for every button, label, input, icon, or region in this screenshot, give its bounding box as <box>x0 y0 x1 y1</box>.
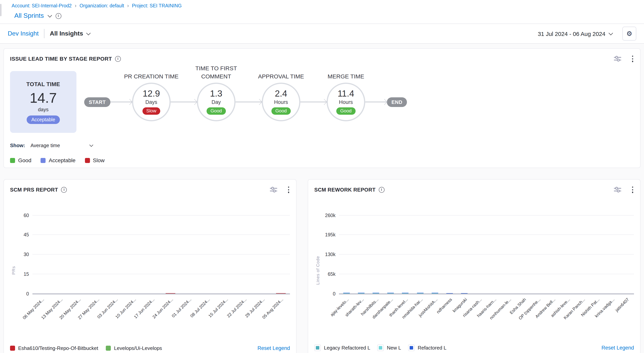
filter-sliders-button[interactable] <box>270 187 277 193</box>
x-tick: 05 Aug 2024... <box>272 294 290 326</box>
bar-column[interactable] <box>398 215 413 294</box>
reset-legend-link[interactable]: Reset Legend <box>602 345 634 351</box>
bar-column[interactable] <box>428 215 442 294</box>
breadcrumb-org-link[interactable]: Organization: default <box>80 3 124 8</box>
bar-column[interactable] <box>575 215 590 294</box>
kebab-menu-button[interactable] <box>287 186 290 194</box>
total-time-unit: days <box>38 106 49 112</box>
sliders-icon <box>614 187 621 193</box>
stage-4: MERGE TIME11.4HoursGood <box>327 83 365 121</box>
info-icon[interactable]: i <box>61 187 67 193</box>
y-tick-label: 260k <box>325 212 336 218</box>
legend-item[interactable]: Levelops/Ui-Levelops <box>106 345 162 351</box>
bar-column[interactable] <box>501 215 516 294</box>
panel-actions <box>614 186 634 194</box>
total-time-value: 14.7 <box>30 91 57 105</box>
filter-sliders-button[interactable] <box>614 56 621 62</box>
flow-arrow-icon <box>236 100 262 104</box>
insights-dropdown[interactable]: All Insights <box>50 30 90 37</box>
stage-circle[interactable]: 12.9DaysSlow <box>132 83 171 121</box>
legend-item: Good <box>10 157 32 163</box>
insights-dropdown-label: All Insights <box>50 30 83 37</box>
kebab-menu-button[interactable] <box>631 55 634 63</box>
stage-circle[interactable]: 2.4HoursGood <box>262 83 300 121</box>
panel-title: SCM REWORK REPORT <box>314 187 376 193</box>
legend-item[interactable]: Legacy Refactored L <box>314 344 370 351</box>
scm-prs-chart: PRs 015304560 06 May 2024...13 May 2024.… <box>10 215 290 326</box>
bar-column[interactable] <box>253 215 272 294</box>
breadcrumb-account-link[interactable]: Account: SEI-Internal-Prod2 <box>12 3 72 8</box>
legend-items: Esha610/Testing-Repo-Of-BitbucketLevelop… <box>10 345 162 351</box>
legend-label: Legacy Refactored L <box>324 345 370 351</box>
sprint-selector[interactable]: All Sprints i <box>14 12 61 20</box>
app-root: Account: SEI-Internal-Prod2 › Organizati… <box>0 0 644 353</box>
bar-column[interactable] <box>457 215 472 294</box>
left-edge-strip <box>0 4 2 16</box>
y-tick-label: 195k <box>325 232 336 238</box>
bar-column[interactable] <box>531 215 545 294</box>
breadcrumb-separator-icon: › <box>75 3 76 8</box>
bar-column[interactable] <box>383 215 398 294</box>
bar-column[interactable] <box>216 215 235 294</box>
bar-column[interactable] <box>106 215 124 294</box>
chevron-down-icon <box>86 31 91 35</box>
info-icon[interactable]: i <box>56 13 61 19</box>
info-icon[interactable]: i <box>115 56 121 62</box>
end-node: END <box>387 97 407 107</box>
total-time-card: TOTAL TIME 14.7 days Acceptable <box>10 71 76 133</box>
bar-column[interactable] <box>235 215 253 294</box>
flow-arrow-icon <box>110 100 132 104</box>
date-range-picker[interactable]: 31 Jul 2024 - 06 Aug 2024 <box>538 30 612 37</box>
bar-column[interactable] <box>516 215 531 294</box>
legend-item[interactable]: Refactored L <box>408 344 446 351</box>
legend-label: New L <box>387 345 401 351</box>
y-tick-label: 130k <box>325 252 336 257</box>
bar-column[interactable] <box>368 215 383 294</box>
bar-column[interactable] <box>619 215 634 294</box>
legend-swatch <box>106 346 111 351</box>
total-time-title: TOTAL TIME <box>26 81 60 87</box>
stage-unit: Day <box>212 99 221 105</box>
bar-column[interactable] <box>486 215 501 294</box>
divider <box>44 29 44 38</box>
bar-column[interactable] <box>143 215 161 294</box>
breadcrumb-project-link[interactable]: Project: SEI TRAINING <box>132 3 182 8</box>
bar-column[interactable] <box>560 215 575 294</box>
chevron-down-icon <box>90 143 94 147</box>
dev-insight-link[interactable]: Dev Insight <box>8 30 38 37</box>
breadcrumb: Account: SEI-Internal-Prod2 › Organizati… <box>12 3 182 8</box>
plot-column: 06 May 2024...13 May 2024...20 May 2024.… <box>32 215 290 326</box>
bar-column[interactable] <box>442 215 457 294</box>
bar-column[interactable] <box>88 215 106 294</box>
info-icon[interactable]: i <box>378 187 384 193</box>
bar-column[interactable] <box>590 215 604 294</box>
reset-legend-link[interactable]: Reset Legend <box>258 345 290 351</box>
show-metric-select[interactable]: Show: Average time <box>10 142 93 148</box>
bar-column[interactable] <box>354 215 368 294</box>
bar-column[interactable] <box>604 215 619 294</box>
bar-column[interactable] <box>180 215 198 294</box>
gear-icon: ⚙ <box>626 30 632 37</box>
bar-column[interactable] <box>69 215 88 294</box>
bar-column[interactable] <box>198 215 216 294</box>
bar-column[interactable] <box>272 215 290 294</box>
bar-column[interactable] <box>124 215 143 294</box>
bar-column[interactable] <box>161 215 180 294</box>
legend-item[interactable]: New L <box>377 344 401 351</box>
chart-legend: Esha610/Testing-Repo-Of-BitbucketLevelop… <box>10 345 290 351</box>
stage-circle[interactable]: 11.4HoursGood <box>327 83 365 121</box>
bar-column[interactable] <box>413 215 428 294</box>
y-tick-label: 60 <box>24 212 29 218</box>
kebab-menu-button[interactable] <box>631 186 634 194</box>
sprint-selector-label: All Sprints <box>14 12 44 20</box>
bar-column[interactable] <box>472 215 486 294</box>
bar-column[interactable] <box>339 215 354 294</box>
filter-sliders-button[interactable] <box>614 187 621 193</box>
bar-column[interactable] <box>51 215 69 294</box>
stage-circle[interactable]: 1.3DayGood <box>197 83 236 121</box>
legend-swatch <box>408 344 415 351</box>
settings-button[interactable]: ⚙ <box>622 27 636 40</box>
legend-item[interactable]: Esha610/Testing-Repo-Of-Bitbucket <box>10 345 98 351</box>
bar-column[interactable] <box>546 215 560 294</box>
bar-column[interactable] <box>32 215 51 294</box>
